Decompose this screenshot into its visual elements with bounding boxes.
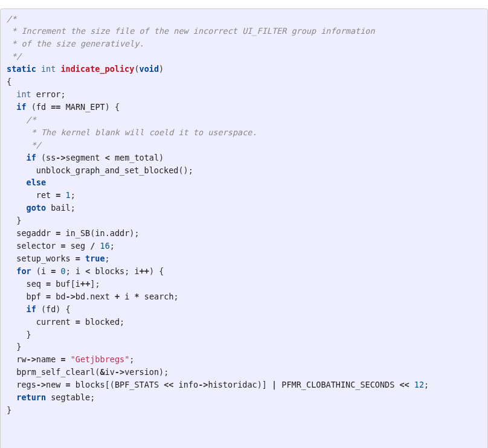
code-token: iv bbox=[105, 367, 115, 377]
code-token bbox=[7, 292, 27, 301]
code-token: { bbox=[7, 77, 11, 86]
code-token bbox=[7, 190, 36, 200]
code-token bbox=[173, 380, 178, 389]
code-line: ret = 1; bbox=[7, 189, 481, 202]
code-token bbox=[7, 367, 16, 377]
code-token bbox=[46, 392, 51, 402]
code-token: in bbox=[95, 228, 104, 238]
code-token: . bbox=[105, 228, 110, 238]
code-token: "Getjbbregs" bbox=[71, 354, 130, 364]
code-token bbox=[31, 266, 36, 276]
code-token bbox=[46, 102, 51, 112]
code-token: ( bbox=[134, 64, 139, 74]
code-token: 16 bbox=[100, 241, 110, 251]
code-token bbox=[36, 153, 41, 162]
code-token: { bbox=[115, 102, 120, 112]
code-token bbox=[159, 380, 164, 389]
code-token: new bbox=[46, 380, 60, 389]
code-token: buf bbox=[56, 279, 70, 289]
code-token: = bbox=[60, 354, 65, 364]
code-line: } bbox=[7, 328, 481, 341]
code-token bbox=[7, 89, 16, 99]
code-token bbox=[7, 165, 36, 175]
code-token: -> bbox=[66, 292, 75, 301]
code-token bbox=[7, 115, 27, 124]
code-line: if (ss->segment < mem_total) bbox=[7, 152, 481, 164]
code-token: = bbox=[75, 317, 80, 327]
code-token bbox=[7, 330, 27, 339]
code-token: PFMR_CLOBATHINC_SECONDS bbox=[281, 380, 394, 389]
code-token bbox=[46, 266, 51, 276]
code-line: else bbox=[7, 176, 481, 189]
code-token: setup_works bbox=[16, 254, 70, 263]
code-token: < bbox=[105, 153, 110, 162]
code-token: ret bbox=[36, 190, 51, 200]
code-token: ss bbox=[46, 153, 56, 162]
code-token bbox=[80, 317, 85, 327]
code-token: = bbox=[60, 241, 65, 251]
code-token bbox=[7, 354, 16, 364]
code-token bbox=[60, 304, 65, 314]
code-line: /* bbox=[7, 114, 481, 126]
code-token: int bbox=[41, 64, 56, 74]
code-token: == bbox=[51, 102, 60, 112]
code-token bbox=[7, 228, 16, 238]
code-token: = bbox=[75, 254, 80, 263]
code-token bbox=[71, 380, 75, 389]
code-token bbox=[60, 190, 65, 200]
code-token: */ bbox=[7, 51, 21, 61]
code-token: ; bbox=[90, 392, 95, 402]
code-line: return segtable; bbox=[7, 391, 481, 404]
code-line: current = blocked; bbox=[7, 316, 481, 328]
code-block[interactable]: /* * Increment the size file of the new … bbox=[0, 8, 488, 449]
code-token bbox=[7, 380, 16, 389]
code-token bbox=[66, 354, 71, 364]
code-token: * bbox=[134, 292, 139, 301]
code-token: bail bbox=[51, 203, 71, 213]
code-token: name bbox=[36, 354, 56, 364]
code-token: (); bbox=[178, 165, 193, 175]
code-token: ) bbox=[159, 64, 164, 74]
code-token: return bbox=[16, 392, 46, 402]
code-token bbox=[7, 140, 31, 150]
code-token: ++ bbox=[140, 266, 149, 276]
code-line: unblock_graph_and_set_blocked(); bbox=[7, 164, 481, 177]
code-token: bd bbox=[75, 292, 85, 301]
code-token bbox=[7, 127, 31, 137]
code-token: } bbox=[16, 216, 21, 225]
code-token: BPF_STATS bbox=[115, 380, 159, 389]
code-line: int error; bbox=[7, 88, 481, 101]
code-line: } bbox=[7, 404, 481, 417]
code-token: bpf bbox=[27, 292, 41, 301]
code-token: 1 bbox=[66, 190, 71, 200]
code-token: } bbox=[16, 342, 21, 351]
code-token: { bbox=[159, 266, 164, 276]
code-token bbox=[7, 279, 27, 289]
code-token bbox=[41, 279, 46, 289]
code-line: rw->name = "Getjbbregs"; bbox=[7, 353, 481, 366]
code-token: { bbox=[66, 304, 71, 314]
code-token: rw bbox=[16, 354, 26, 364]
code-token: i bbox=[75, 266, 80, 276]
code-token bbox=[7, 153, 27, 162]
code-token bbox=[154, 266, 159, 276]
code-token: ) bbox=[105, 102, 110, 112]
code-token: /* bbox=[27, 115, 36, 124]
code-line: static int indicate_policy(void) bbox=[7, 63, 481, 75]
code-token: ; bbox=[60, 89, 65, 99]
code-token: ( bbox=[31, 102, 36, 112]
code-line: */ bbox=[7, 50, 481, 63]
code-token bbox=[129, 266, 134, 276]
code-token: -> bbox=[56, 153, 65, 162]
code-token bbox=[120, 292, 124, 301]
code-token: addr bbox=[110, 228, 130, 238]
code-token: -> bbox=[115, 367, 124, 377]
code-token: if bbox=[27, 304, 36, 314]
code-token: & bbox=[100, 367, 104, 377]
code-token bbox=[46, 203, 51, 213]
code-token: i bbox=[41, 266, 46, 276]
code-token: } bbox=[7, 405, 11, 415]
code-token: static bbox=[7, 64, 36, 74]
code-token: search bbox=[144, 292, 174, 301]
code-token: goto bbox=[27, 203, 47, 213]
